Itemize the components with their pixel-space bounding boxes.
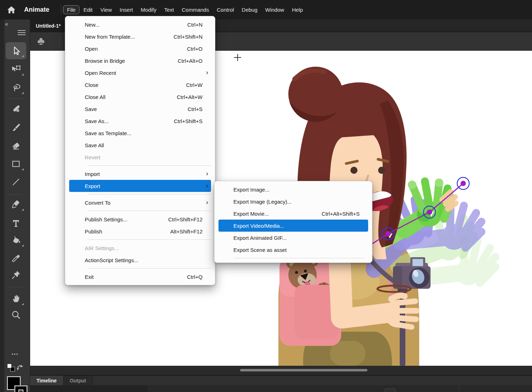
eraser-tool[interactable] — [6, 137, 26, 154]
menubar-item-file[interactable]: File — [63, 5, 79, 14]
menu-item-new-from-template[interactable]: New from Template...Ctrl+Shift+N — [69, 31, 211, 43]
submenu-arrow-icon: › — [206, 170, 208, 177]
menu-separator — [87, 211, 211, 211]
menu-item-actionscript-settings[interactable]: ActionScript Settings... — [69, 254, 211, 266]
anchor-point — [457, 177, 469, 189]
menubar-item-help[interactable]: Help — [288, 5, 307, 14]
menubar-item-insert[interactable]: Insert — [116, 5, 137, 14]
submenu-arrow-icon: › — [206, 198, 208, 206]
rectangle-tool[interactable] — [6, 155, 26, 172]
classic-brush-tool[interactable] — [6, 119, 26, 136]
fluid-brush-tool[interactable] — [6, 101, 26, 118]
menu-item-publish-settings[interactable]: Publish Settings...Ctrl+Shift+F12 — [69, 213, 211, 225]
menu-item-new[interactable]: New...Ctrl+N — [69, 18, 211, 31]
timeline-control[interactable] — [385, 388, 395, 392]
more-tools-icon[interactable]: ••• — [0, 352, 30, 357]
lasso-tool[interactable] — [6, 79, 26, 96]
hand-tool[interactable] — [6, 290, 26, 307]
asset-warp-tool[interactable] — [6, 266, 26, 283]
selection-tool-icon — [11, 45, 21, 56]
menu-item-export[interactable]: Export› — [69, 180, 211, 192]
tab-output[interactable]: Output — [63, 376, 93, 385]
tab-timeline[interactable]: Timeline — [30, 376, 63, 385]
flyout-indicator — [22, 209, 24, 211]
flyout-indicator — [22, 244, 24, 247]
panel-menu-icon[interactable] — [18, 30, 26, 35]
menu-item-browse-in-bridge[interactable]: Browse in BridgeCtrl+Alt+O — [69, 55, 211, 67]
flyout-indicator — [22, 92, 24, 94]
pen-tool[interactable] — [6, 196, 26, 213]
edit-bar-divider — [60, 37, 60, 47]
menu-item-label: Revert — [85, 154, 100, 160]
menu-item-export-image[interactable]: Export Image... — [218, 183, 368, 195]
menu-item-save-as[interactable]: Save As...Ctrl+Shift+S — [69, 115, 211, 127]
hand-tool-icon — [11, 293, 21, 304]
tab-output-label: Output — [70, 378, 86, 383]
horizontal-scrollbar-thumb[interactable] — [240, 369, 367, 371]
asset-warp-tool-icon — [11, 270, 21, 280]
menubar-item-view[interactable]: View — [96, 5, 116, 14]
menu-item-export-animated-gif[interactable]: Export Animated GIF... — [218, 232, 368, 244]
menu-separator — [87, 239, 211, 240]
menubar-divider — [61, 5, 61, 15]
home-button[interactable] — [5, 4, 18, 16]
menu-item-export-video-media[interactable]: Export Video/Media... — [218, 220, 368, 232]
stroke-swatch-hole — [18, 390, 23, 392]
menubar-item-edit[interactable]: Edit — [79, 5, 96, 14]
menubar-item-debug[interactable]: Debug — [238, 5, 261, 14]
classic-brush-tool-icon — [11, 122, 21, 133]
menu-item-exit[interactable]: ExitCtrl+Q — [69, 271, 211, 283]
menu-item-label: Publish — [85, 228, 102, 234]
menu-item-export-scene-as-asset[interactable]: Export Scene as asset — [218, 244, 368, 256]
text-tool[interactable] — [6, 215, 26, 232]
scene-clover-icon[interactable]: ♣ — [37, 34, 45, 48]
flyout-indicator — [22, 168, 24, 170]
line-tool[interactable] — [6, 173, 26, 191]
home-icon — [6, 5, 17, 15]
menu-item-save-as-template[interactable]: Save as Template... — [69, 127, 211, 139]
menu-item-label: Browse in Bridge — [85, 58, 125, 64]
selection-tool[interactable] — [6, 42, 26, 59]
menu-item-open[interactable]: OpenCtrl+O — [69, 43, 211, 55]
line-tool-icon — [11, 177, 21, 187]
menu-item-label: Publish Settings... — [85, 216, 127, 222]
menu-item-close[interactable]: CloseCtrl+W — [69, 79, 211, 91]
menu-item-convert-to[interactable]: Convert To› — [69, 197, 211, 209]
eyedropper-tool[interactable] — [6, 250, 26, 267]
export-submenu: Export Image...Export Image (Legacy)...E… — [214, 181, 372, 263]
menubar-item-text[interactable]: Text — [160, 5, 178, 14]
stroke-color-swatch[interactable] — [15, 386, 27, 392]
paint-bucket-tool[interactable] — [6, 232, 26, 249]
default-colors-icon[interactable] — [7, 364, 16, 372]
collapse-panel-icon[interactable]: « — [5, 21, 8, 27]
menu-item-publish[interactable]: PublishAlt+Shift+F12 — [69, 225, 211, 237]
menu-item-shortcut: Ctrl+W — [186, 82, 203, 88]
menu-item-import[interactable]: Import› — [69, 168, 211, 180]
menu-item-revert: Revert — [69, 151, 211, 163]
menu-item-shortcut: Ctrl+Q — [187, 274, 203, 280]
submenu-arrow-icon: › — [206, 182, 208, 189]
panel-edge — [0, 20, 4, 392]
menu-item-label: Export Scene as asset — [233, 247, 287, 253]
menu-separator — [234, 258, 365, 258]
zoom-tool[interactable] — [6, 307, 26, 324]
menu-item-export-image-legacy[interactable]: Export Image (Legacy)... — [218, 195, 368, 208]
menu-item-label: Export Video/Media... — [233, 223, 284, 229]
menu-item-save[interactable]: SaveCtrl+S — [69, 103, 211, 115]
menu-item-export-movie[interactable]: Export Movie...Ctrl+Alt+Shift+S — [218, 208, 368, 220]
menubar-item-control[interactable]: Control — [213, 5, 238, 14]
crosshair-cursor — [234, 54, 241, 61]
menu-item-label: Save — [85, 106, 97, 112]
menu-item-close-all[interactable]: Close AllCtrl+Alt+W — [69, 91, 211, 103]
swap-colors-icon[interactable] — [16, 364, 24, 373]
menu-item-open-recent[interactable]: Open Recent› — [69, 67, 211, 79]
tab-timeline-label: Timeline — [37, 378, 57, 383]
menubar-item-window[interactable]: Window — [261, 5, 288, 14]
free-transform-tool[interactable] — [6, 61, 26, 78]
text-tool-icon — [11, 218, 21, 229]
menu-item-label: AIR Settings... — [85, 245, 119, 251]
menu-item-save-all[interactable]: Save All — [69, 139, 211, 151]
rectangle-tool-icon — [11, 159, 21, 169]
menubar-item-commands[interactable]: Commands — [178, 5, 213, 14]
menubar-item-modify[interactable]: Modify — [137, 5, 160, 14]
